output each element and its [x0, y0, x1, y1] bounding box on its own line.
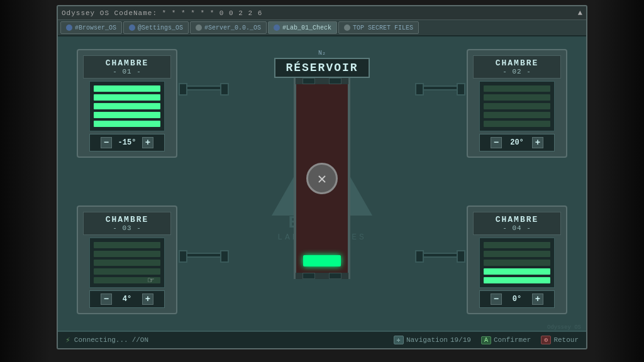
connector-block — [303, 78, 315, 84]
gauge-bar — [484, 260, 550, 266]
reservoir-label-n2: N₂ — [318, 49, 326, 57]
gauge-bar — [484, 251, 550, 257]
chamber-02-card: CHAMBRE - 02 - − 20° + — [467, 49, 567, 158]
back-label: Retour — [553, 336, 579, 344]
chamber-03-gauge — [89, 238, 165, 288]
chamber-01-temp-control: − -15° + — [89, 134, 165, 151]
chamber-02-decrease-button[interactable]: − — [491, 137, 502, 148]
close-button[interactable]: ✕ — [306, 163, 338, 194]
chamber-01-decrease-button[interactable]: − — [101, 137, 112, 148]
chamber-03-decrease-button[interactable]: − — [101, 293, 112, 305]
nav-label: Navigation — [406, 336, 448, 344]
chamber-03-card: CHAMBRE - 03 - − 4° + — [77, 206, 177, 314]
reservoir-bottom-connectors — [294, 273, 350, 279]
tab-icon-settings — [129, 25, 135, 31]
chamber-02-temp-value: 20° — [506, 138, 528, 147]
os-window: Odyssey OS CodeName: * * * * * * 0 0 2 2… — [57, 5, 587, 349]
chamber-04-header: CHAMBRE - 04 - — [473, 212, 561, 235]
pipe-end-block — [415, 83, 424, 96]
vignette-left — [0, 0, 50, 362]
gauge-bar — [94, 94, 160, 101]
reservoir-tube: ✕ — [294, 84, 350, 273]
window-title: Odyssey OS CodeName: * * * * * * 0 0 2 2… — [62, 9, 262, 17]
os-watermark: Odyssey OS — [547, 324, 581, 331]
tab-icon-server — [196, 25, 202, 31]
confirm-label: Confirmer — [494, 336, 531, 344]
nav-timestamp: 19/19 — [450, 336, 471, 344]
back-key[interactable]: ⊙ — [541, 336, 551, 344]
confirm-key[interactable]: A — [481, 336, 491, 344]
status-bar: ⚡ Connecting... //ON ✛ Navigation 19/19 … — [58, 331, 586, 348]
tab-lab[interactable]: #Lab_01_Check — [268, 21, 337, 34]
gauge-bar — [94, 260, 160, 266]
gauge-bar — [94, 112, 160, 118]
chamber-02-header: CHAMBRE - 02 - — [473, 55, 561, 79]
nav-key-cross: ✛ — [394, 336, 404, 344]
reservoir-fill-indicator — [303, 255, 341, 266]
chamber-02-increase-button[interactable]: + — [532, 137, 543, 148]
connecting-text: Connecting... — [74, 336, 128, 344]
gauge-bar — [484, 242, 550, 248]
tab-server[interactable]: #Server_0.0._OS — [190, 21, 267, 34]
pipe-end-block — [179, 250, 187, 263]
pipe-end-block — [457, 250, 465, 263]
pipe-top-right — [415, 85, 465, 90]
gauge-bar — [484, 85, 550, 92]
reservoir-title: RÉSERVOIR — [274, 58, 369, 78]
chamber-04-decrease-button[interactable]: − — [491, 293, 502, 305]
chamber-04-temp-value: 0° — [506, 295, 528, 304]
gauge-bar — [484, 121, 550, 127]
gauge-bar — [484, 94, 550, 101]
chamber-04-increase-button[interactable]: + — [532, 293, 543, 305]
tab-icon-secret — [344, 25, 350, 31]
title-bar: Odyssey OS CodeName: * * * * * * 0 0 2 2… — [58, 6, 586, 20]
chamber-01-temp-value: -15° — [116, 138, 138, 147]
chamber-03-header: CHAMBRE - 03 - — [83, 212, 171, 235]
main-content: EGIS LABORATORIES CHAMBRE - 01 - − -15° — [58, 36, 586, 333]
gauge-bar — [484, 103, 550, 109]
nav-confirm: A Confirmer — [481, 336, 531, 344]
pipe-end-block — [220, 83, 229, 96]
tab-settings[interactable]: @Settings_OS — [123, 21, 189, 34]
pipe-end-block — [457, 83, 465, 96]
status-right: ✛ Navigation 19/19 A Confirmer ⊙ Retour — [394, 336, 579, 344]
gauge-bar — [94, 242, 160, 248]
chamber-02-gauge — [479, 81, 555, 131]
chamber-03-temp-control: − 4° + — [89, 290, 165, 308]
connector-block — [329, 273, 341, 279]
status-left: ⚡ Connecting... //ON — [65, 335, 148, 345]
reservoir: N₂ RÉSERVOIR ✕ — [284, 49, 360, 279]
chamber-01-increase-button[interactable]: + — [142, 137, 153, 148]
pipe-top-left — [179, 85, 229, 90]
pipe-end-block — [415, 250, 424, 263]
connector-block — [303, 273, 315, 279]
tab-bar: #Browser_OS @Settings_OS #Server_0.0._OS… — [58, 20, 586, 36]
gauge-bar — [484, 112, 550, 118]
chamber-04-number: - 04 - — [476, 224, 558, 232]
gauge-bar — [94, 103, 160, 109]
chamber-03-increase-button[interactable]: + — [142, 293, 153, 305]
chamber-01-header: CHAMBRE - 01 - — [83, 55, 171, 79]
gauge-bar — [94, 277, 160, 283]
connector-block — [329, 78, 341, 84]
gauge-bar — [94, 85, 160, 92]
chamber-03-number: - 03 - — [86, 224, 168, 232]
gauge-bar — [94, 268, 160, 275]
chamber-01-name: CHAMBRE — [86, 58, 168, 68]
gauge-bar — [484, 277, 550, 283]
nav-navigation: ✛ Navigation 19/19 — [394, 336, 471, 344]
tab-secret[interactable]: TOP SECRET FILES — [338, 21, 419, 34]
gauge-bar — [94, 251, 160, 257]
pipe-bottom-right — [415, 253, 465, 258]
vignette-right — [594, 0, 644, 362]
chamber-02-number: - 02 - — [476, 68, 558, 75]
pipe-end-block — [220, 250, 229, 263]
tab-browser[interactable]: #Browser_OS — [60, 21, 122, 34]
tab-icon-browser — [66, 25, 72, 31]
chamber-01-gauge — [89, 81, 165, 131]
connecting-icon: ⚡ — [65, 335, 70, 345]
chamber-03-temp-value: 4° — [116, 295, 138, 304]
pipe-bottom-left — [179, 253, 229, 258]
chamber-04-card: CHAMBRE - 04 - − 0° + — [467, 206, 567, 314]
on-text: //ON — [132, 336, 148, 344]
